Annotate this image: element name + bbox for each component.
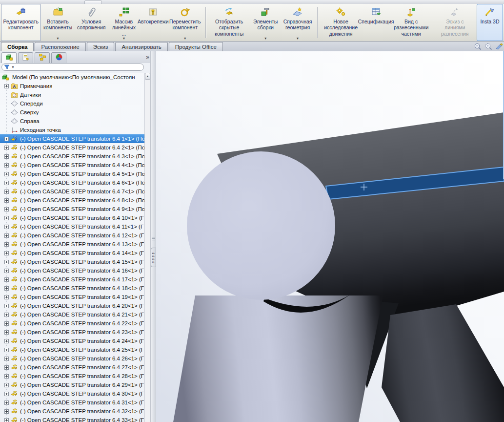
tree-item-comp-16[interactable]: (-) Open CASCADE STEP translator 6.4 16<… xyxy=(0,266,144,275)
graphics-area[interactable] xyxy=(156,51,504,422)
expand-plus-icon[interactable] xyxy=(4,277,9,282)
show-hidden-components-button[interactable]: Отобразить скрытые компоненты xyxy=(207,4,251,41)
panel-tab-overflow-chevron[interactable]: » xyxy=(146,54,149,61)
tree-item-comp-7[interactable]: (-) Open CASCADE STEP translator 6.4 7<1… xyxy=(0,187,144,196)
expand-plus-icon[interactable] xyxy=(4,146,9,150)
tree-item-comp-26[interactable]: (-) Open CASCADE STEP translator 6.4 26<… xyxy=(0,354,144,363)
expand-plus-icon[interactable] xyxy=(4,348,9,352)
part-cylinder-body[interactable] xyxy=(173,295,383,422)
tree-item-comp-23[interactable]: (-) Open CASCADE STEP translator 6.4 23<… xyxy=(0,328,144,337)
expand-plus-icon[interactable] xyxy=(4,357,9,361)
splitter-collapse-handle[interactable]: ▸▸▸▸▸▸▸▸ xyxy=(151,248,156,267)
zoom-area-icon[interactable] xyxy=(484,42,493,51)
expand-plus-icon[interactable] xyxy=(4,339,9,343)
expand-plus-icon[interactable] xyxy=(4,251,9,255)
expand-plus-icon[interactable] xyxy=(4,313,9,317)
expand-plus-icon[interactable] xyxy=(4,260,9,264)
panel-tab-propertymanager[interactable] xyxy=(18,52,33,63)
tree-item-plane-top[interactable]: Сверху xyxy=(0,108,144,117)
tree-item-comp-1[interactable]: (-) Open CASCADE STEP translator 6.4 1<1… xyxy=(0,134,144,143)
tree-item-comp-3[interactable]: (-) Open CASCADE STEP translator 6.4 3<1… xyxy=(0,152,144,161)
view-settings-icon[interactable] xyxy=(495,42,503,51)
expand-plus-icon[interactable] xyxy=(4,137,9,141)
assembly-features-button[interactable]: Элементы сборки▼ xyxy=(251,4,280,41)
part-end-face[interactable] xyxy=(187,151,335,300)
dropdown-arrow-icon[interactable]: ▼ xyxy=(122,37,125,40)
expand-plus-icon[interactable] xyxy=(4,198,9,203)
expand-plus-icon[interactable] xyxy=(4,154,9,159)
tree-item-comp-6[interactable]: (-) Open CASCADE STEP translator 6.4 6<1… xyxy=(0,178,144,187)
tree-item-comp-10[interactable]: (-) Open CASCADE STEP translator 6.4 10<… xyxy=(0,213,144,222)
tree-item-comp-13[interactable]: (-) Open CASCADE STEP translator 6.4 13<… xyxy=(0,240,144,249)
tree-item-comp-17[interactable]: (-) Open CASCADE STEP translator 6.4 17<… xyxy=(0,275,144,284)
splitter-grip[interactable] xyxy=(152,237,155,241)
expand-plus-icon[interactable] xyxy=(4,172,9,176)
expand-plus-icon[interactable] xyxy=(4,401,9,405)
bom-button[interactable]: Спецификация xyxy=(363,4,389,41)
exploded-view-button[interactable]: Вид с разнесенными частями xyxy=(389,4,433,41)
tree-item-comp-30[interactable]: (-) Open CASCADE STEP translator 6.4 30<… xyxy=(0,389,144,398)
move-component-button[interactable]: Переместить компонент▼ xyxy=(166,4,204,41)
panel-tab-displaymanager[interactable] xyxy=(51,52,66,63)
dropdown-arrow-icon[interactable]: ▼ xyxy=(296,37,300,40)
smart-fasteners-button[interactable]: Автокрепежи xyxy=(140,4,166,41)
edit-component-button[interactable]: Редактировать компонент xyxy=(1,4,41,41)
tree-item-comp-31[interactable]: (-) Open CASCADE STEP translator 6.4 31<… xyxy=(0,398,144,407)
tree-item-comp-11[interactable]: (-) Open CASCADE STEP translator 6.4 11<… xyxy=(0,222,144,231)
panel-splitter[interactable]: ▸▸▸▸▸▸▸▸ xyxy=(150,51,156,422)
tree-item-comp-28[interactable]: (-) Open CASCADE STEP translator 6.4 28<… xyxy=(0,372,144,380)
tree-item-comp-12[interactable]: (-) Open CASCADE STEP translator 6.4 12<… xyxy=(0,231,144,240)
tree-item-comp-21[interactable]: (-) Open CASCADE STEP translator 6.4 21<… xyxy=(0,310,144,319)
tab-layout[interactable]: Расположение xyxy=(35,42,85,51)
expand-plus-icon[interactable] xyxy=(4,330,9,335)
motion-study-button[interactable]: Новое исследование движения xyxy=(319,4,363,41)
tree-item-plane-right[interactable]: Справа xyxy=(0,117,144,126)
tab-sketch[interactable]: Эскиз xyxy=(87,42,115,51)
tree-item-comp-22[interactable]: (-) Open CASCADE STEP translator 6.4 22<… xyxy=(0,319,144,328)
dropdown-arrow-icon[interactable]: ▼ xyxy=(56,37,60,40)
tree-item-comp-14[interactable]: (-) Open CASCADE STEP translator 6.4 14<… xyxy=(0,249,144,257)
tree-item-comp-15[interactable]: (-) Open CASCADE STEP translator 6.4 15<… xyxy=(0,257,144,266)
tree-item-plane-front[interactable]: Спереди xyxy=(0,99,144,108)
tree-filter-input[interactable]: ▼ xyxy=(1,63,144,71)
expand-plus-icon[interactable] xyxy=(4,242,9,247)
mates-button[interactable]: Условия сопряжения xyxy=(75,4,108,41)
expand-plus-icon[interactable] xyxy=(4,216,9,220)
panel-tab-featuremanager[interactable] xyxy=(1,52,17,63)
tree-item-comp-32[interactable]: (-) Open CASCADE STEP translator 6.4 32<… xyxy=(0,407,144,416)
tree-item-comp-8[interactable]: (-) Open CASCADE STEP translator 6.4 8<1… xyxy=(0,196,144,205)
expand-plus-icon[interactable] xyxy=(4,321,9,326)
tree-item-comp-9[interactable]: (-) Open CASCADE STEP translator 6.4 9<1… xyxy=(0,205,144,213)
tree-item-comp-33[interactable]: (-) Open CASCADE STEP translator 6.4 33<… xyxy=(0,416,144,422)
expand-plus-icon[interactable] xyxy=(4,383,9,387)
scroll-up-button[interactable]: ▲ xyxy=(145,73,150,80)
tree-item-comp-24[interactable]: (-) Open CASCADE STEP translator 6.4 24<… xyxy=(0,337,144,345)
tab-office[interactable]: Продукты Office xyxy=(169,42,223,51)
dropdown-arrow-icon[interactable]: ▼ xyxy=(183,37,187,40)
tree-scrollbar[interactable]: ▲ xyxy=(144,73,150,422)
filter-dropdown-arrow[interactable]: ▼ xyxy=(11,65,15,69)
expand-plus-icon[interactable] xyxy=(4,225,9,229)
expand-plus-icon[interactable] xyxy=(4,163,9,168)
expand-plus-icon[interactable] xyxy=(4,286,9,291)
expand-plus-icon[interactable] xyxy=(4,295,9,299)
expand-plus-icon[interactable] xyxy=(4,392,9,396)
tree-item-comp-5[interactable]: (-) Open CASCADE STEP translator 6.4 5<1… xyxy=(0,169,144,178)
tree-item-sensors[interactable]: Датчики xyxy=(0,90,144,99)
tree-item-comp-4[interactable]: (-) Open CASCADE STEP translator 6.4 4<1… xyxy=(0,161,144,169)
tree-item-comp-29[interactable]: (-) Open CASCADE STEP translator 6.4 29<… xyxy=(0,380,144,389)
tree-item-comp-25[interactable]: (-) Open CASCADE STEP translator 6.4 25<… xyxy=(0,345,144,354)
tree-item-annotations[interactable]: AПримечания xyxy=(0,82,144,90)
instant3d-button[interactable]: Insta 3D xyxy=(477,4,503,41)
expand-plus-icon[interactable] xyxy=(4,181,9,185)
tab-evaluate[interactable]: Анализировать xyxy=(115,42,167,51)
tree-item-origin[interactable]: Исходная точка xyxy=(0,126,144,134)
expand-plus-icon[interactable] xyxy=(4,418,9,422)
expand-plus-icon[interactable] xyxy=(4,269,9,273)
tab-assembly[interactable]: Сборка xyxy=(1,42,34,51)
tree-item-comp-20[interactable]: (-) Open CASCADE STEP translator 6.4 20<… xyxy=(0,301,144,310)
expand-plus-icon[interactable] xyxy=(4,190,9,194)
expand-plus-icon[interactable] xyxy=(4,409,9,414)
expand-plus-icon[interactable] xyxy=(4,374,9,379)
expand-plus-icon[interactable] xyxy=(4,207,9,211)
